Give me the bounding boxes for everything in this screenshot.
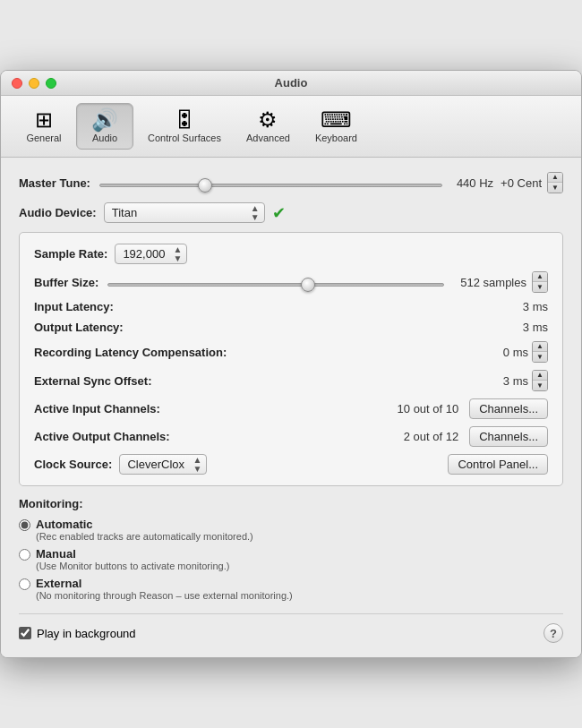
monitoring-manual-label: Manual bbox=[36, 547, 229, 561]
buffer-size-down[interactable]: ▼ bbox=[533, 282, 547, 292]
master-tune-row: Master Tune: 440 Hz +0 Cent ▲ ▼ bbox=[19, 172, 563, 193]
window-buttons bbox=[12, 78, 56, 89]
control-surfaces-icon: 🎛 bbox=[174, 109, 195, 131]
monitoring-automatic-radio[interactable] bbox=[19, 519, 30, 531]
master-tune-down[interactable]: ▼ bbox=[548, 183, 562, 193]
keyboard-icon: ⌨ bbox=[321, 109, 352, 131]
active-output-row: Active Output Channels: 2 out of 12 Chan… bbox=[34, 426, 548, 447]
external-sync-value: 3 ms bbox=[503, 374, 528, 388]
sample-rate-select-wrapper: 192,000 96,000 48,000 44,100 ▲▼ bbox=[115, 244, 187, 264]
buffer-size-up[interactable]: ▲ bbox=[533, 272, 547, 282]
audio-device-dropdown-wrapper: Titan Built-in Output CoreAudio ▲▼ bbox=[104, 202, 265, 223]
input-latency-label: Input Latency: bbox=[34, 300, 114, 313]
sample-rate-label: Sample Rate: bbox=[34, 247, 107, 261]
master-tune-up[interactable]: ▲ bbox=[548, 173, 562, 183]
master-tune-stepper[interactable]: ▲ ▼ bbox=[547, 172, 563, 193]
clock-source-select[interactable]: CleverClox Internal bbox=[119, 454, 207, 475]
clock-source-select-wrapper: CleverClox Internal ▲▼ bbox=[119, 454, 207, 475]
buffer-size-slider[interactable] bbox=[107, 283, 444, 287]
recording-latency-value: 0 ms bbox=[503, 346, 528, 359]
recording-latency-down[interactable]: ▼ bbox=[533, 352, 547, 362]
buffer-size-stepper[interactable]: ▲ ▼ bbox=[532, 271, 548, 293]
content-area: Master Tune: 440 Hz +0 Cent ▲ ▼ Audio De… bbox=[1, 158, 581, 657]
master-tune-label: Master Tune: bbox=[19, 176, 90, 190]
toolbar-label-advanced: Advanced bbox=[246, 133, 290, 143]
active-input-label: Active Input Channels: bbox=[34, 402, 160, 415]
general-icon: ⊞ bbox=[35, 109, 53, 131]
monitoring-manual-radio[interactable] bbox=[19, 549, 30, 561]
recording-latency-up[interactable]: ▲ bbox=[533, 342, 547, 352]
external-sync-stepper[interactable]: ▲ ▼ bbox=[532, 370, 548, 391]
clock-source-dropdown-wrapper: CleverClox Internal ▲▼ bbox=[119, 454, 207, 475]
input-latency-row: Input Latency: 3 ms bbox=[34, 300, 548, 313]
monitoring-external-label: External bbox=[36, 577, 293, 590]
minimize-button[interactable] bbox=[29, 78, 39, 89]
clock-source-row: Clock Source: CleverClox Internal ▲▼ Con… bbox=[34, 454, 548, 475]
master-tune-hz: 440 Hz bbox=[457, 176, 493, 190]
sample-rate-select[interactable]: 192,000 96,000 48,000 44,100 bbox=[115, 244, 187, 264]
output-latency-label: Output Latency: bbox=[34, 321, 124, 334]
toolbar-item-control-surfaces[interactable]: 🎛 Control Surfaces bbox=[137, 104, 232, 149]
play-in-background-label: Play in background bbox=[37, 627, 136, 640]
sample-rate-row: Sample Rate: 192,000 96,000 48,000 44,10… bbox=[34, 244, 548, 264]
control-panel-button[interactable]: Control Panel... bbox=[448, 454, 548, 475]
clock-source-label: Clock Source: bbox=[34, 458, 112, 471]
sample-rate-dropdown-wrapper: 192,000 96,000 48,000 44,100 ▲▼ bbox=[115, 244, 187, 264]
toolbar-item-audio[interactable]: 🔊 Audio bbox=[76, 103, 133, 150]
monitoring-manual-label-block: Manual (Use Monitor buttons to activate … bbox=[36, 547, 229, 571]
monitoring-section: Monitoring: Automatic (Rec enabled track… bbox=[19, 497, 563, 601]
external-sync-down[interactable]: ▼ bbox=[533, 381, 547, 390]
audio-device-row: Audio Device: Titan Built-in Output Core… bbox=[19, 202, 563, 223]
output-latency-row: Output Latency: 3 ms bbox=[34, 321, 548, 334]
audio-icon: 🔊 bbox=[91, 109, 118, 131]
monitoring-automatic-row: Automatic (Rec enabled tracks are automa… bbox=[19, 518, 563, 542]
maximize-button[interactable] bbox=[46, 78, 56, 89]
monitoring-manual-row: Manual (Use Monitor buttons to activate … bbox=[19, 547, 563, 571]
toolbar-label-control-surfaces: Control Surfaces bbox=[148, 133, 221, 143]
recording-latency-row: Recording Latency Compensation: 0 ms ▲ ▼ bbox=[34, 341, 548, 363]
help-button[interactable]: ? bbox=[543, 623, 563, 643]
toolbar-item-keyboard[interactable]: ⌨ Keyboard bbox=[304, 104, 368, 149]
buffer-size-slider-container bbox=[107, 276, 444, 289]
buffer-size-value: 512 samples bbox=[460, 276, 526, 289]
toolbar-label-keyboard: Keyboard bbox=[315, 133, 357, 143]
active-output-label: Active Output Channels: bbox=[34, 430, 170, 443]
toolbar-item-general[interactable]: ⊞ General bbox=[15, 104, 73, 149]
monitoring-automatic-label: Automatic bbox=[36, 518, 253, 531]
recording-latency-stepper[interactable]: ▲ ▼ bbox=[532, 341, 548, 363]
audio-device-label: Audio Device: bbox=[19, 206, 97, 219]
buffer-size-row: Buffer Size: 512 samples ▲ ▼ bbox=[34, 271, 548, 293]
external-sync-row: External Sync Offset: 3 ms ▲ ▼ bbox=[34, 370, 548, 391]
active-output-channels-button[interactable]: Channels... bbox=[469, 426, 548, 447]
external-sync-up[interactable]: ▲ bbox=[533, 371, 547, 381]
advanced-icon: ⚙ bbox=[258, 109, 278, 131]
toolbar: ⊞ General 🔊 Audio 🎛 Control Surfaces ⚙ A… bbox=[1, 96, 581, 158]
input-latency-value: 3 ms bbox=[523, 300, 548, 313]
active-input-row: Active Input Channels: 10 out of 10 Chan… bbox=[34, 398, 548, 419]
inner-panel: Sample Rate: 192,000 96,000 48,000 44,10… bbox=[19, 232, 563, 486]
monitoring-automatic-sublabel: (Rec enabled tracks are automatically mo… bbox=[36, 531, 253, 542]
audio-device-select-wrapper: Titan Built-in Output CoreAudio ▲▼ bbox=[104, 202, 265, 223]
monitoring-manual-sublabel: (Use Monitor buttons to activate monitor… bbox=[36, 561, 229, 571]
monitoring-main-label: Monitoring: bbox=[19, 497, 563, 510]
play-in-background-row: Play in background bbox=[19, 627, 136, 640]
monitoring-external-radio[interactable] bbox=[19, 578, 30, 590]
play-in-background-checkbox[interactable] bbox=[19, 627, 31, 639]
bottom-row: Play in background ? bbox=[19, 613, 563, 643]
toolbar-label-general: General bbox=[26, 133, 61, 143]
toolbar-item-advanced[interactable]: ⚙ Advanced bbox=[235, 104, 301, 149]
toolbar-label-audio: Audio bbox=[92, 133, 117, 143]
window-title: Audio bbox=[275, 76, 308, 90]
active-input-channels-button[interactable]: Channels... bbox=[469, 398, 548, 419]
master-tune-slider-container bbox=[99, 176, 442, 190]
monitoring-external-sublabel: (No monitoring through Reason – use exte… bbox=[36, 590, 293, 601]
external-sync-label: External Sync Offset: bbox=[34, 374, 152, 388]
close-button[interactable] bbox=[12, 78, 22, 89]
buffer-size-label: Buffer Size: bbox=[34, 276, 98, 289]
title-bar: Audio bbox=[1, 71, 581, 96]
recording-latency-label: Recording Latency Compensation: bbox=[34, 346, 227, 359]
audio-device-select[interactable]: Titan Built-in Output CoreAudio bbox=[104, 202, 265, 223]
active-input-count: 10 out of 10 bbox=[398, 402, 459, 415]
audio-device-checkmark-icon: ✔ bbox=[272, 203, 286, 223]
master-tune-slider[interactable] bbox=[99, 184, 442, 187]
